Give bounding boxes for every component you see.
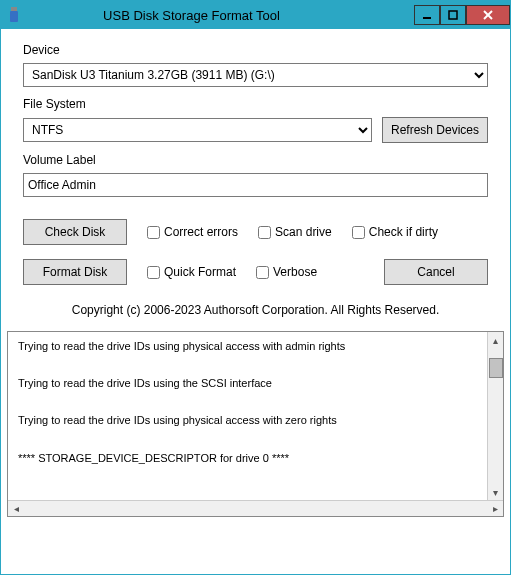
quick-format-checkbox[interactable]: Quick Format: [147, 265, 236, 279]
log-line: Trying to read the drive IDs using physi…: [18, 340, 477, 353]
refresh-button[interactable]: Refresh Devices: [382, 117, 488, 143]
device-select[interactable]: SanDisk U3 Titanium 3.27GB (3911 MB) (G:…: [23, 63, 488, 87]
log-line: Trying to read the drive IDs using physi…: [18, 414, 477, 427]
log-textarea[interactable]: Trying to read the drive IDs using physi…: [8, 332, 487, 500]
scroll-up-icon[interactable]: ▴: [488, 332, 503, 348]
vertical-scrollbar[interactable]: ▴ ▾: [487, 332, 503, 500]
format-disk-button[interactable]: Format Disk: [23, 259, 127, 285]
minimize-button[interactable]: [414, 5, 440, 25]
check-disk-button[interactable]: Check Disk: [23, 219, 127, 245]
correct-errors-checkbox[interactable]: Correct errors: [147, 225, 238, 239]
cancel-button[interactable]: Cancel: [384, 259, 488, 285]
log-panel: Trying to read the drive IDs using physi…: [7, 331, 504, 517]
log-line: **** STORAGE_DEVICE_DESCRIPTOR for drive…: [18, 452, 477, 465]
scan-drive-checkbox[interactable]: Scan drive: [258, 225, 332, 239]
device-label: Device: [23, 43, 488, 57]
volume-label-label: Volume Label: [23, 153, 488, 167]
volume-label-input[interactable]: [23, 173, 488, 197]
log-line: Trying to read the drive IDs using the S…: [18, 377, 477, 390]
verbose-checkbox[interactable]: Verbose: [256, 265, 317, 279]
svg-rect-3: [449, 11, 457, 19]
scroll-right-icon[interactable]: ▸: [487, 503, 503, 514]
window-title: USB Disk Storage Format Tool: [29, 8, 414, 23]
titlebar[interactable]: USB Disk Storage Format Tool: [1, 1, 510, 29]
svg-rect-0: [11, 7, 17, 11]
check-if-dirty-checkbox[interactable]: Check if dirty: [352, 225, 438, 239]
close-button[interactable]: [466, 5, 510, 25]
horizontal-scrollbar[interactable]: ◂ ▸: [8, 500, 503, 516]
client-area: Device SanDisk U3 Titanium 3.27GB (3911 …: [1, 29, 510, 331]
window-buttons: [414, 5, 510, 25]
maximize-button[interactable]: [440, 5, 466, 25]
scroll-down-icon[interactable]: ▾: [488, 484, 503, 500]
scroll-thumb[interactable]: [489, 358, 503, 378]
filesystem-label: File System: [23, 97, 488, 111]
svg-rect-1: [10, 11, 18, 22]
scroll-left-icon[interactable]: ◂: [8, 503, 24, 514]
copyright-text: Copyright (c) 2006-2023 Authorsoft Corpo…: [23, 303, 488, 317]
usb-icon: [7, 7, 21, 23]
filesystem-select[interactable]: NTFS: [23, 118, 372, 142]
